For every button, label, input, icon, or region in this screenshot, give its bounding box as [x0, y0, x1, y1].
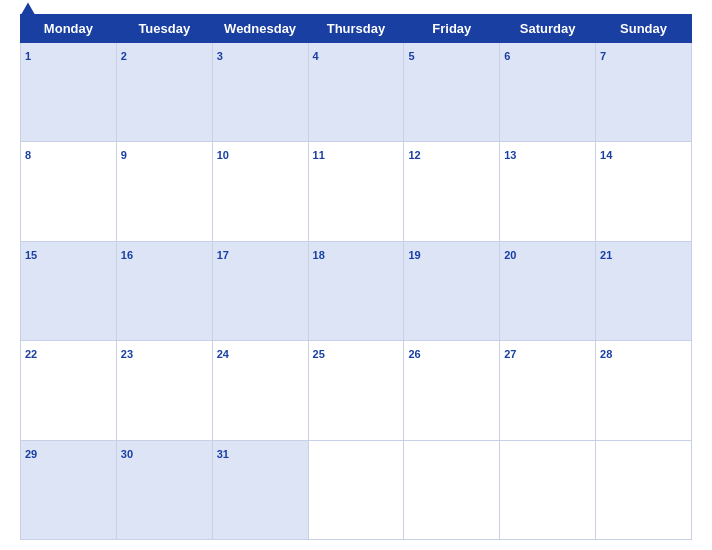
- calendar-day-cell: 11: [308, 142, 404, 241]
- day-number: 5: [408, 50, 414, 62]
- day-number: 2: [121, 50, 127, 62]
- calendar-day-cell: 12: [404, 142, 500, 241]
- weekday-header-saturday: Saturday: [500, 15, 596, 43]
- calendar-day-cell: 31: [212, 440, 308, 539]
- calendar-day-cell: [404, 440, 500, 539]
- calendar-table: MondayTuesdayWednesdayThursdayFridaySatu…: [20, 14, 692, 540]
- day-number: 13: [504, 149, 516, 161]
- calendar-day-cell: [308, 440, 404, 539]
- calendar-day-cell: 19: [404, 241, 500, 340]
- calendar-day-cell: 14: [596, 142, 692, 241]
- calendar-day-cell: 7: [596, 43, 692, 142]
- calendar-day-cell: 28: [596, 341, 692, 440]
- calendar-day-cell: 21: [596, 241, 692, 340]
- calendar-week-row: 22232425262728: [21, 341, 692, 440]
- day-number: 10: [217, 149, 229, 161]
- calendar-day-cell: 20: [500, 241, 596, 340]
- day-number: 6: [504, 50, 510, 62]
- calendar-day-cell: 23: [116, 341, 212, 440]
- calendar-day-cell: 24: [212, 341, 308, 440]
- day-number: 14: [600, 149, 612, 161]
- logo: [20, 3, 38, 18]
- weekday-header-friday: Friday: [404, 15, 500, 43]
- calendar-day-cell: 16: [116, 241, 212, 340]
- day-number: 3: [217, 50, 223, 62]
- calendar-day-cell: 3: [212, 43, 308, 142]
- day-number: 16: [121, 249, 133, 261]
- day-number: 27: [504, 348, 516, 360]
- calendar-day-cell: 15: [21, 241, 117, 340]
- calendar-day-cell: 2: [116, 43, 212, 142]
- calendar-day-cell: 4: [308, 43, 404, 142]
- logo-triangle-icon: [20, 3, 36, 17]
- calendar-day-cell: 18: [308, 241, 404, 340]
- calendar-day-cell: 8: [21, 142, 117, 241]
- day-number: 29: [25, 448, 37, 460]
- day-number: 12: [408, 149, 420, 161]
- day-number: 28: [600, 348, 612, 360]
- weekday-header-sunday: Sunday: [596, 15, 692, 43]
- day-number: 26: [408, 348, 420, 360]
- day-number: 7: [600, 50, 606, 62]
- calendar-week-row: 1234567: [21, 43, 692, 142]
- day-number: 30: [121, 448, 133, 460]
- day-number: 11: [313, 149, 325, 161]
- weekday-header-wednesday: Wednesday: [212, 15, 308, 43]
- day-number: 25: [313, 348, 325, 360]
- calendar-day-cell: 10: [212, 142, 308, 241]
- calendar-week-row: 293031: [21, 440, 692, 539]
- day-number: 24: [217, 348, 229, 360]
- calendar-day-cell: 17: [212, 241, 308, 340]
- day-number: 9: [121, 149, 127, 161]
- weekday-header-tuesday: Tuesday: [116, 15, 212, 43]
- day-number: 8: [25, 149, 31, 161]
- calendar-day-cell: 22: [21, 341, 117, 440]
- calendar-day-cell: 29: [21, 440, 117, 539]
- calendar-day-cell: 30: [116, 440, 212, 539]
- weekday-header-monday: Monday: [21, 15, 117, 43]
- calendar-day-cell: 9: [116, 142, 212, 241]
- calendar-day-cell: [500, 440, 596, 539]
- day-number: 20: [504, 249, 516, 261]
- calendar-week-row: 15161718192021: [21, 241, 692, 340]
- day-number: 31: [217, 448, 229, 460]
- day-number: 4: [313, 50, 319, 62]
- day-number: 19: [408, 249, 420, 261]
- day-number: 17: [217, 249, 229, 261]
- day-number: 22: [25, 348, 37, 360]
- day-number: 21: [600, 249, 612, 261]
- calendar-week-row: 891011121314: [21, 142, 692, 241]
- calendar-day-cell: 26: [404, 341, 500, 440]
- weekday-header-row: MondayTuesdayWednesdayThursdayFridaySatu…: [21, 15, 692, 43]
- calendar-day-cell: 27: [500, 341, 596, 440]
- day-number: 18: [313, 249, 325, 261]
- calendar-day-cell: 6: [500, 43, 596, 142]
- day-number: 15: [25, 249, 37, 261]
- logo-blue-text: [20, 3, 38, 18]
- calendar-day-cell: 5: [404, 43, 500, 142]
- calendar-day-cell: [596, 440, 692, 539]
- weekday-header-thursday: Thursday: [308, 15, 404, 43]
- calendar-day-cell: 1: [21, 43, 117, 142]
- day-number: 23: [121, 348, 133, 360]
- calendar-day-cell: 25: [308, 341, 404, 440]
- day-number: 1: [25, 50, 31, 62]
- calendar-day-cell: 13: [500, 142, 596, 241]
